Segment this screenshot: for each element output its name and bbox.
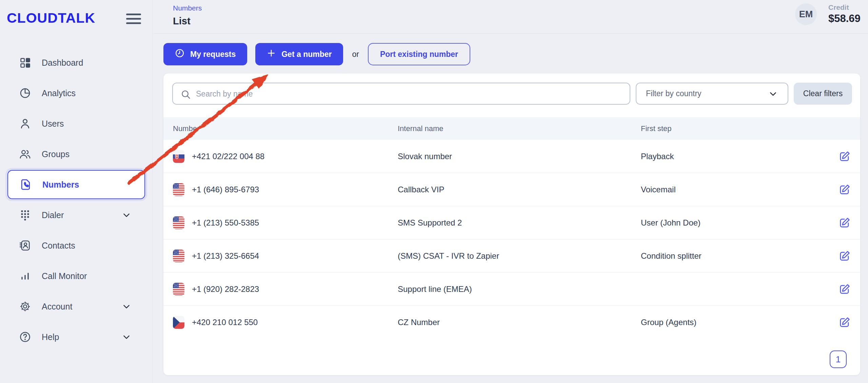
breadcrumb[interactable]: Numbers	[173, 4, 202, 12]
first-step-cell: Group (Agents)	[641, 318, 824, 327]
sidebar-item-label: Call Monitor	[42, 271, 87, 281]
first-step-cell: Condition splitter	[641, 251, 824, 261]
chevron-down-icon[interactable]	[121, 301, 132, 312]
table-row: +420 210 012 550CZ NumberGroup (Agents)	[163, 306, 860, 339]
phone-number: +1 (920) 282-2823	[192, 284, 259, 294]
sidebar-item-label: Dashboard	[42, 58, 83, 68]
actions-row: My requests Get a number or Port existin…	[163, 43, 470, 65]
sidebar-item-label: Account	[42, 302, 72, 312]
sidebar-item-groups[interactable]: Groups	[0, 139, 153, 169]
sidebar-item-analytics[interactable]: Analytics	[0, 78, 153, 108]
document-phone-icon	[19, 178, 32, 191]
column-header-first-step: First step	[641, 124, 824, 133]
gear-icon	[19, 300, 32, 313]
clock-icon	[175, 48, 184, 60]
cz-flag-icon	[173, 316, 184, 329]
first-step-cell: Voicemail	[641, 185, 824, 194]
hamburger-menu-icon[interactable]	[126, 14, 141, 24]
chevron-down-icon[interactable]	[121, 210, 132, 220]
numbers-card: Filter by country Clear filters Number I…	[163, 73, 860, 375]
number-cell: +1 (213) 550-5385	[173, 216, 398, 229]
sidebar-item-dialer[interactable]: Dialer	[0, 200, 153, 230]
or-text: or	[352, 50, 359, 59]
sidebar-item-label: Groups	[42, 149, 70, 159]
contacts-icon	[19, 239, 32, 252]
sidebar: CLOUDTALK DashboardAnalyticsUsersGroupsN…	[0, 0, 153, 383]
edit-number-button[interactable]	[839, 283, 851, 295]
table-row: +421 02/222 004 88Slovak numberPlayback	[163, 140, 860, 173]
credit-label: Credit	[828, 3, 861, 12]
sidebar-item-label: Users	[42, 119, 64, 129]
search-icon	[180, 89, 191, 101]
edit-icon	[839, 324, 851, 329]
us-flag-icon	[173, 183, 184, 196]
chevron-down-icon	[768, 89, 778, 99]
user-icon	[19, 117, 32, 130]
edit-number-button[interactable]	[839, 316, 851, 328]
table-row: +1 (920) 282-2823Support line (EMEA)	[163, 273, 860, 306]
edit-number-button[interactable]	[839, 184, 851, 196]
us-flag-icon	[173, 250, 184, 262]
edit-icon	[839, 258, 851, 263]
edit-icon	[839, 158, 851, 164]
edit-number-button[interactable]	[839, 150, 851, 163]
table-body: +421 02/222 004 88Slovak numberPlayback+…	[163, 140, 860, 339]
port-existing-number-button[interactable]: Port existing number	[368, 43, 470, 65]
search-box	[172, 83, 630, 105]
pie-chart-icon	[19, 87, 32, 100]
sidebar-item-label: Analytics	[42, 88, 76, 98]
internal-name-cell: Slovak number	[398, 152, 641, 161]
grid-icon	[19, 56, 32, 69]
sidebar-item-help[interactable]: Help	[0, 322, 153, 352]
sidebar-item-numbers[interactable]: Numbers	[7, 170, 145, 199]
number-cell: +420 210 012 550	[173, 316, 398, 329]
sidebar-item-label: Dialer	[42, 210, 64, 220]
plus-icon	[267, 49, 276, 60]
sidebar-item-call-monitor[interactable]: Call Monitor	[0, 261, 153, 291]
cloudtalk-numbers-page: CLOUDTALK DashboardAnalyticsUsersGroupsN…	[0, 0, 868, 383]
number-cell: +421 02/222 004 88	[173, 150, 398, 163]
phone-number: +421 02/222 004 88	[192, 152, 264, 161]
us-flag-icon	[173, 216, 184, 229]
sidebar-nav: DashboardAnalyticsUsersGroupsNumbersDial…	[0, 47, 153, 352]
sidebar-item-account[interactable]: Account	[0, 291, 153, 322]
sidebar-item-dashboard[interactable]: Dashboard	[0, 47, 153, 78]
search-input[interactable]	[195, 83, 626, 105]
table-header: Number Internal name First step	[163, 117, 860, 140]
chevron-down-icon[interactable]	[121, 332, 132, 342]
sidebar-item-label: Help	[42, 332, 59, 342]
help-icon	[19, 331, 32, 343]
us-flag-icon	[173, 283, 184, 296]
avatar[interactable]: EM	[795, 3, 817, 25]
phone-number: +420 210 012 550	[192, 318, 258, 327]
cloudtalk-logo[interactable]: CLOUDTALK	[7, 10, 95, 26]
phone-number: +1 (646) 895-6793	[192, 185, 259, 194]
edit-number-button[interactable]	[839, 250, 851, 262]
sidebar-item-label: Contacts	[42, 241, 75, 251]
country-filter-select[interactable]: Filter by country	[636, 83, 788, 105]
sidebar-item-users[interactable]: Users	[0, 108, 153, 139]
get-a-number-button[interactable]: Get a number	[255, 43, 343, 65]
sidebar-item-label: Numbers	[42, 180, 79, 190]
internal-name-cell: SMS Supported 2	[398, 218, 641, 228]
edit-icon	[839, 225, 851, 230]
number-cell: +1 (213) 325-6654	[173, 250, 398, 262]
phone-number: +1 (213) 325-6654	[192, 251, 259, 261]
edit-icon	[839, 291, 851, 296]
credit-widget: Credit $58.69	[828, 3, 861, 25]
pagination-page-1[interactable]: 1	[830, 350, 847, 368]
phone-number: +1 (213) 550-5385	[192, 218, 259, 228]
internal-name-cell: CZ Number	[398, 318, 641, 327]
bar-chart-icon	[19, 270, 32, 282]
table-row: +1 (213) 550-5385SMS Supported 2User (Jo…	[163, 206, 860, 239]
credit-value: $58.69	[828, 13, 861, 25]
column-header-internal-name: Internal name	[398, 124, 641, 133]
clear-filters-button[interactable]: Clear filters	[794, 83, 852, 105]
my-requests-button[interactable]: My requests	[163, 43, 247, 65]
page-title: List	[173, 16, 191, 27]
users-icon	[19, 148, 32, 161]
top-bar: Numbers List EM Credit $58.69	[153, 0, 868, 34]
number-cell: +1 (646) 895-6793	[173, 183, 398, 196]
edit-number-button[interactable]	[839, 217, 851, 229]
sidebar-item-contacts[interactable]: Contacts	[0, 230, 153, 261]
